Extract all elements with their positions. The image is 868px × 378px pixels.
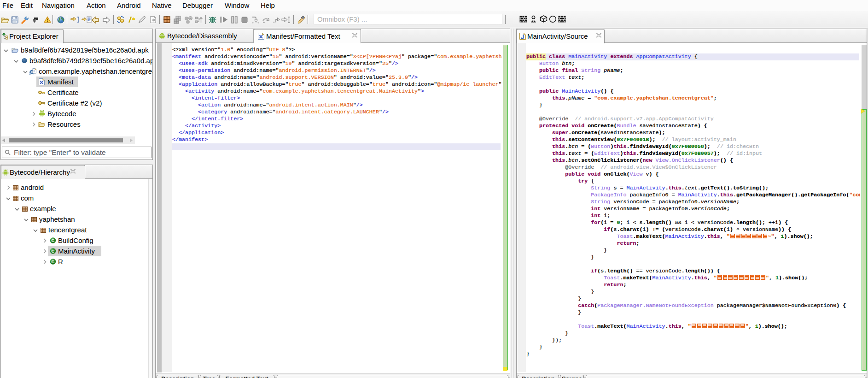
- svg-text:C: C: [52, 238, 55, 243]
- svg-text:C: C: [52, 259, 55, 264]
- svg-text:C: C: [52, 248, 55, 254]
